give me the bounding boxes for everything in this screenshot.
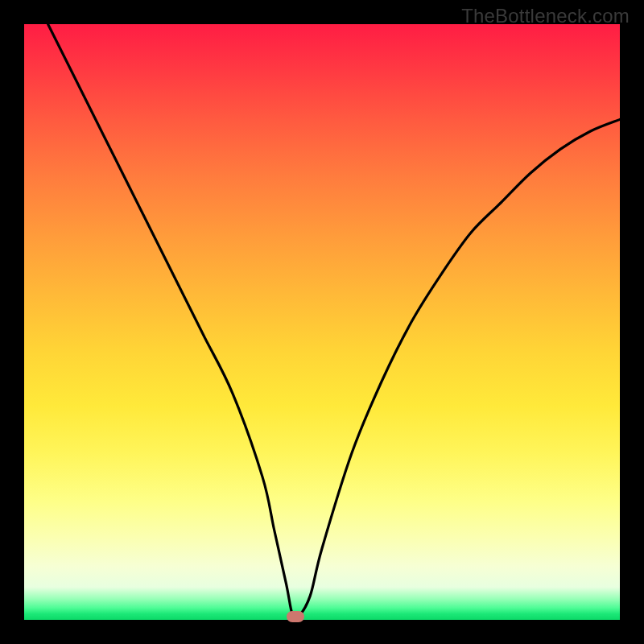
watermark-text: TheBottleneck.com bbox=[461, 5, 630, 27]
bottleneck-marker bbox=[287, 611, 304, 622]
bottleneck-curve bbox=[24, 24, 620, 620]
chart-plot-area bbox=[24, 24, 620, 620]
curve-path bbox=[48, 24, 620, 619]
